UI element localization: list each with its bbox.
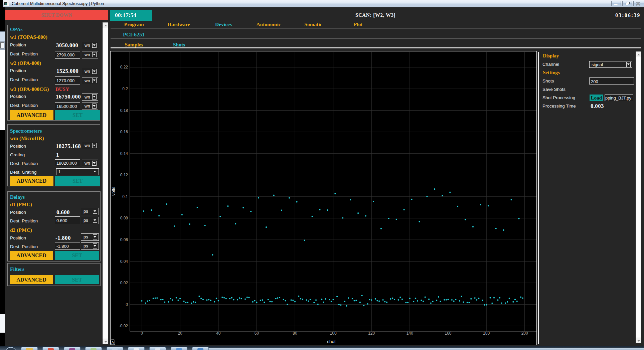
svg-text:200: 200 — [521, 331, 528, 336]
svg-text:0.12: 0.12 — [120, 173, 128, 177]
svg-text:0.2: 0.2 — [122, 86, 128, 91]
svg-text:60: 60 — [255, 331, 259, 336]
svg-text:0.02: 0.02 — [120, 281, 128, 285]
svg-text:0.08: 0.08 — [120, 216, 128, 220]
svg-text:0.06: 0.06 — [120, 237, 128, 242]
svg-text:0.22: 0.22 — [120, 65, 128, 69]
svg-text:100: 100 — [330, 331, 337, 336]
svg-text:A: A — [112, 340, 114, 344]
svg-text:0.04: 0.04 — [120, 259, 128, 264]
svg-text:shot: shot — [327, 339, 336, 344]
svg-text:120: 120 — [368, 331, 375, 336]
svg-text:0: 0 — [126, 302, 128, 307]
svg-text:-0.02: -0.02 — [119, 324, 128, 328]
svg-text:0.18: 0.18 — [120, 108, 128, 113]
svg-text:0: 0 — [141, 331, 143, 336]
svg-text:0.1: 0.1 — [122, 194, 128, 199]
svg-text:160: 160 — [445, 331, 451, 336]
svg-text:140: 140 — [407, 331, 413, 336]
svg-text:80: 80 — [293, 331, 297, 336]
svg-text:40: 40 — [216, 331, 221, 336]
svg-text:0.14: 0.14 — [120, 151, 128, 156]
svg-text:volts: volts — [111, 187, 116, 196]
svg-text:180: 180 — [483, 331, 490, 336]
svg-text:0.16: 0.16 — [120, 130, 128, 134]
svg-text:20: 20 — [178, 331, 182, 336]
